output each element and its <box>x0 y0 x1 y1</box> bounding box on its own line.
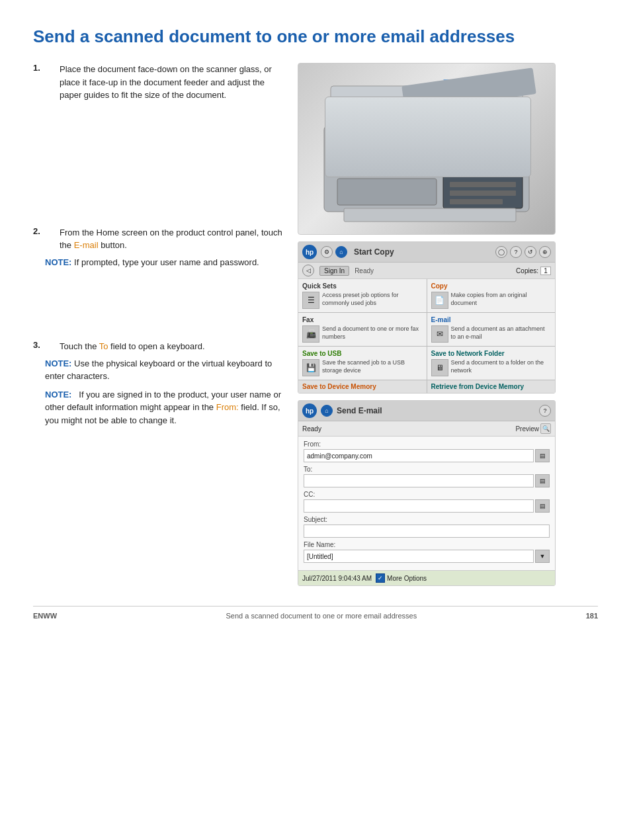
svg-rect-6 <box>450 190 516 196</box>
step-3-text: Touch the To field to open a keyboard. <box>60 340 205 353</box>
save-network-desc: Send a document to a folder on the netwo… <box>451 359 552 374</box>
cc-input-area: ▤ <box>304 499 550 513</box>
control-panel-ui: hp ⚙ ⌂ Start Copy ◯ ? ↺ ⊕ ◁ Sign In Read… <box>298 241 556 394</box>
subject-label: Subject: <box>304 516 550 523</box>
save-network-header: Save to Network Folder <box>431 350 552 357</box>
step-3-number: 3. <box>33 340 44 353</box>
quick-sets-icon: ☰ <box>302 292 319 309</box>
from-row: From: admin@company.com ▤ <box>304 441 550 462</box>
step-1-text: Place the document face-down on the scan… <box>60 63 284 102</box>
from-address-btn[interactable]: ▤ <box>535 449 550 462</box>
bottom-bar: Save to Device Memory Retrieve from Devi… <box>298 380 555 393</box>
fax-header: Fax <box>302 316 423 323</box>
note-text: If prompted, type your user name and pas… <box>74 257 259 267</box>
sign-in-button[interactable]: Sign In <box>319 266 349 276</box>
filename-label: File Name: <box>304 541 550 548</box>
email-help-icon[interactable]: ? <box>539 405 551 417</box>
to-input-area: ▤ <box>304 474 550 487</box>
subject-input[interactable] <box>304 525 550 538</box>
more-options-button[interactable]: ✓ More Options <box>376 573 427 583</box>
from-link: From: <box>216 402 239 412</box>
step-3: 3. Touch the To field to open a keyboard… <box>33 340 284 427</box>
hp-logo: hp <box>302 245 317 259</box>
save-usb-desc: Save the scanned job to a USB storage de… <box>322 359 423 374</box>
step-2-text: From the Home screen on the product cont… <box>60 226 284 252</box>
email-panel: hp ⌂ Send E-mail ? Ready Preview 🔍 From: <box>298 400 556 586</box>
page-footer: ENWW Send a scanned document to one or m… <box>33 606 598 620</box>
preview-button[interactable]: Preview 🔍 <box>515 423 551 434</box>
email-footer: Jul/27/2011 9:04:43 AM ✓ More Options <box>298 570 555 585</box>
step-1-number: 1. <box>33 63 44 102</box>
more-options-checkbox[interactable]: ✓ <box>376 573 385 583</box>
svg-rect-1 <box>331 86 523 129</box>
step-2-number: 2. <box>33 226 44 252</box>
email-cell[interactable]: E-mail ✉ Send a document as an attachmen… <box>427 313 556 346</box>
home-icon[interactable]: ⌂ <box>335 246 347 258</box>
svg-marker-2 <box>443 79 516 99</box>
to-input[interactable] <box>304 474 534 487</box>
email-ready-status: Ready <box>302 425 321 433</box>
copy-icon: 📄 <box>431 292 448 309</box>
back-icon[interactable]: ◯ <box>495 246 507 258</box>
svg-rect-3 <box>337 179 437 205</box>
steps-column: 1. Place the document face-down on the s… <box>33 63 284 586</box>
ready-status: Ready <box>355 267 374 274</box>
save-network-cell[interactable]: Save to Network Folder 🖥 Send a document… <box>427 347 556 380</box>
svg-rect-8 <box>344 208 516 222</box>
to-address-btn[interactable]: ▤ <box>535 474 550 487</box>
cc-input[interactable] <box>304 499 534 513</box>
filename-dropdown-btn[interactable]: ▼ <box>535 550 550 563</box>
note2-label: NOTE: <box>45 390 71 399</box>
copy-content: 📄 Make copies from an original document <box>431 292 552 309</box>
step-1: 1. Place the document face-down on the s… <box>33 63 284 102</box>
subject-row: Subject: <box>304 516 550 538</box>
email-link: E-mail <box>74 240 99 250</box>
note-label: NOTE: <box>45 257 71 267</box>
fax-icon: 📠 <box>302 325 319 343</box>
help-icon[interactable]: ? <box>510 246 522 258</box>
more-options-label: More Options <box>387 575 427 582</box>
step-2: 2. From the Home screen on the product c… <box>33 226 284 269</box>
quick-sets-cell[interactable]: Quick Sets ☰ Access preset job options f… <box>298 279 427 312</box>
usb-icon: 💾 <box>302 359 319 376</box>
save-usb-content: 💾 Save the scanned job to a USB storage … <box>302 359 423 376</box>
email-hp-logo: hp <box>302 403 317 418</box>
panel-icons: ⚙ ⌂ <box>321 246 347 258</box>
page-title: Send a scanned document to one or more e… <box>33 26 598 47</box>
filename-input[interactable]: [Untitled] <box>304 550 534 563</box>
panel-header: hp ⚙ ⌂ Start Copy ◯ ? ↺ ⊕ <box>298 242 555 263</box>
retrieve-device-cell[interactable]: Retrieve from Device Memory <box>427 380 556 393</box>
preview-icon: 🔍 <box>540 423 551 434</box>
grid-area: Quick Sets ☰ Access preset job options f… <box>298 279 555 380</box>
filename-row: File Name: [Untitled] ▼ <box>304 541 550 563</box>
email-home-icon[interactable]: ⌂ <box>321 405 333 417</box>
save-usb-cell[interactable]: Save to USB 💾 Save the scanned job to a … <box>298 347 427 380</box>
from-input[interactable]: admin@company.com <box>304 449 534 462</box>
copy-desc: Make copies from an original document <box>451 292 552 307</box>
save-device-cell[interactable]: Save to Device Memory <box>298 380 427 393</box>
from-input-area: admin@company.com ▤ <box>304 449 550 462</box>
save-network-content: 🖥 Send a document to a folder on the net… <box>431 359 552 376</box>
preview-label: Preview <box>515 425 539 433</box>
copy-header: Copy <box>431 282 552 290</box>
step-2-note1: NOTE: If prompted, type your user name a… <box>45 256 284 269</box>
to-link: To <box>99 341 108 351</box>
cc-address-btn[interactable]: ▤ <box>535 499 550 513</box>
filename-input-area: [Untitled] ▼ <box>304 550 550 563</box>
settings-icon[interactable]: ⚙ <box>321 246 333 258</box>
refresh-icon[interactable]: ↺ <box>525 246 536 258</box>
copies-area: Copies: 1 <box>516 267 551 275</box>
email-content: ✉ Send a document as an attachment to an… <box>431 325 552 343</box>
retrieve-device-label: Retrieve from Device Memory <box>431 383 525 390</box>
svg-rect-5 <box>450 182 516 187</box>
copy-cell[interactable]: Copy 📄 Make copies from an original docu… <box>427 279 556 312</box>
email-panel-header: hp ⌂ Send E-mail ? <box>298 401 555 421</box>
fax-cell[interactable]: Fax 📠 Send a document to one or more fax… <box>298 313 427 346</box>
more-icon[interactable]: ⊕ <box>539 246 551 258</box>
email-desc: Send a document as an attachment to an e… <box>451 325 552 341</box>
back-small-icon[interactable]: ◁ <box>302 265 314 276</box>
panel-right-icons: ◯ ? ↺ ⊕ <box>495 246 551 258</box>
copies-value[interactable]: 1 <box>540 267 551 275</box>
copies-label: Copies: <box>516 267 538 274</box>
step-3-note2: NOTE: If you are signed in to the produc… <box>45 388 284 427</box>
